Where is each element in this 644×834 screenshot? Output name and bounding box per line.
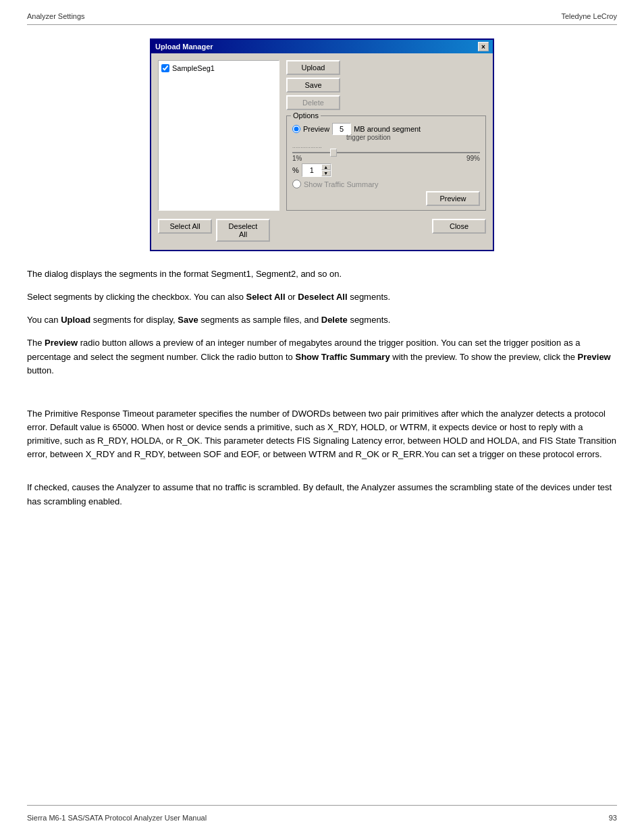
percent-input[interactable]: [302, 164, 321, 176]
options-preview-button[interactable]: Preview: [426, 191, 480, 206]
dialog-container: Upload Manager × SampleSeg1 Upload: [27, 38, 617, 251]
spinner-col: ▲ ▼: [321, 164, 331, 176]
dialog-body: SampleSeg1 Upload Save Delete Options: [151, 53, 493, 250]
slider-row: · · · · · · · · · · · · · · · · · · 1% 9…: [292, 145, 480, 162]
show-traffic-row: Show Traffic Summary: [292, 180, 480, 188]
dialog-main-row: SampleSeg1 Upload Save Delete Options: [158, 60, 486, 211]
buttons-col: Upload Save Delete Options Preview 5: [286, 60, 486, 211]
segment-list: SampleSeg1: [158, 60, 279, 211]
dialog-footer: Select All Deselect All Close: [158, 215, 486, 243]
footer-right: 93: [609, 814, 617, 822]
percent-input-box: ▲ ▼: [302, 163, 331, 177]
select-all-button[interactable]: Select All: [158, 219, 212, 234]
preview-btn-row: Preview: [292, 191, 480, 206]
paragraph-3: You can Upload segments for display, Sav…: [27, 313, 617, 327]
segment-label: SampleSeg1: [172, 64, 215, 72]
paragraph-5: The Primitive Response Timeout parameter…: [27, 407, 617, 462]
close-button[interactable]: Close: [432, 219, 486, 234]
segment-checkbox[interactable]: [161, 64, 169, 72]
upload-manager-dialog: Upload Manager × SampleSeg1 Upload: [150, 38, 494, 251]
spinner-up[interactable]: ▲: [321, 164, 331, 170]
save-button[interactable]: Save: [286, 78, 340, 93]
header-left: Analyzer Settings: [27, 12, 85, 20]
preview-suffix2: trigger position: [292, 134, 480, 141]
header-right: Teledyne LeCroy: [561, 12, 617, 20]
preview-label: Preview: [303, 125, 329, 133]
dialog-titlebar: Upload Manager ×: [151, 40, 493, 53]
show-traffic-label: Show Traffic Summary: [304, 180, 378, 188]
delete-button[interactable]: Delete: [286, 95, 340, 110]
slider-labels: 1% 99%: [292, 155, 480, 162]
preview-suffix: MB around segment: [354, 125, 421, 133]
page-header: Analyzer Settings Teledyne LeCroy: [0, 0, 644, 24]
slider-min: 1%: [292, 155, 302, 162]
slider-line: [292, 152, 480, 153]
paragraph-6: If checked, causes the Analyzer to assum…: [27, 481, 617, 508]
slider-max: 99%: [466, 155, 480, 162]
footer-buttons-left: Select All Deselect All: [158, 219, 270, 242]
page-footer: Sierra M6-1 SAS/SATA Protocol Analyzer U…: [0, 814, 644, 822]
options-group: Options Preview 5 MB around segment trig: [286, 115, 486, 211]
deselect-all-button[interactable]: Deselect All: [216, 219, 270, 242]
paragraph-4: The Preview radio button allows a previe…: [27, 336, 617, 377]
percent-row: % ▲ ▼: [292, 163, 480, 177]
header-divider: [27, 24, 617, 25]
main-content: Upload Manager × SampleSeg1 Upload: [0, 38, 644, 509]
options-legend: Options: [291, 111, 321, 120]
footer-divider: [27, 805, 617, 806]
upload-button[interactable]: Upload: [286, 60, 340, 75]
segment-item: SampleSeg1: [161, 63, 276, 73]
dialog-close-button[interactable]: ×: [478, 42, 489, 51]
spinner-down[interactable]: ▼: [321, 170, 331, 176]
slider-thumb[interactable]: [330, 149, 337, 157]
show-traffic-radio[interactable]: [292, 180, 301, 188]
preview-radio[interactable]: [292, 125, 300, 133]
paragraph-1: The dialog displays the segments in the …: [27, 267, 617, 281]
paragraph-2: Select segments by clicking the checkbox…: [27, 290, 617, 304]
percent-label: %: [292, 166, 299, 174]
dialog-title: Upload Manager: [155, 43, 213, 51]
slider-dots: · · · · · · · · · · · · · · · · · ·: [292, 145, 480, 151]
footer-left: Sierra M6-1 SAS/SATA Protocol Analyzer U…: [27, 814, 207, 822]
